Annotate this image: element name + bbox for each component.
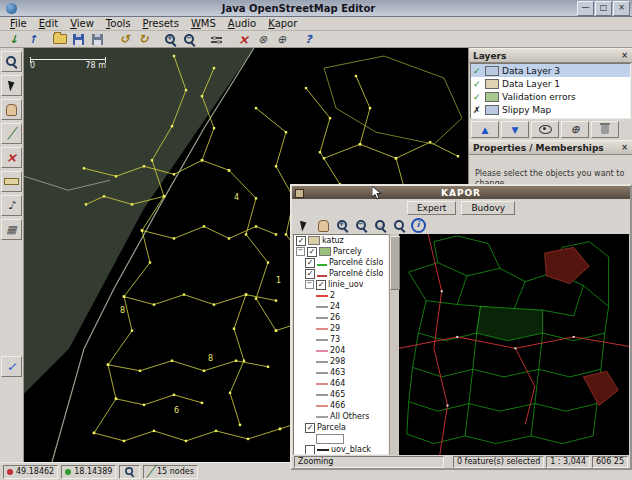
photo-button[interactable]: ▦	[1, 219, 22, 240]
close-icon[interactable]: ×	[621, 51, 628, 60]
active-check-icon[interactable]	[473, 79, 482, 89]
delete-button[interactable]: ×	[234, 31, 253, 48]
redo-button[interactable]: ↻	[134, 31, 153, 48]
kapor-pan-button[interactable]	[315, 219, 331, 233]
checkbox-icon[interactable]	[296, 236, 306, 246]
active-check-icon[interactable]	[473, 92, 482, 102]
kapor-zoom-extent-button[interactable]	[391, 219, 407, 233]
move-layer-down-button[interactable]: ▼	[501, 121, 529, 138]
tree-row-linie-uov[interactable]: linie_uov	[294, 279, 388, 290]
close-icon[interactable]: ×	[621, 143, 628, 152]
merge-layer-button[interactable]: ⊕	[561, 121, 589, 138]
legend-row[interactable]: 73	[294, 334, 388, 345]
minimize-button[interactable]: —	[577, 1, 594, 16]
svg-text:6: 6	[174, 406, 179, 415]
menu-tools[interactable]: Tools	[100, 18, 137, 29]
menu-wms[interactable]: WMS	[185, 18, 222, 29]
layer-row-validation-errors[interactable]: Validation errors	[471, 90, 630, 103]
open-button[interactable]	[50, 31, 69, 48]
expert-button[interactable]: Expert	[407, 201, 457, 215]
legend-row[interactable]: 204	[294, 345, 388, 356]
move-layer-up-button[interactable]: ▲	[471, 121, 499, 138]
checkbox-icon[interactable]	[316, 280, 326, 290]
audio-button[interactable]: ♪	[1, 195, 22, 216]
legend-row[interactable]: 464	[294, 378, 388, 389]
checkbox-icon[interactable]	[305, 445, 315, 455]
budovy-button[interactable]: Budovy	[461, 201, 515, 215]
legend-row[interactable]: 24	[294, 301, 388, 312]
split-way-button[interactable]: ⊗	[253, 31, 272, 48]
zoom-in-button[interactable]: +	[161, 31, 180, 48]
move-mode-button[interactable]	[1, 99, 22, 120]
tree-row-parcela[interactable]: Parcela	[294, 422, 388, 433]
show-hide-layer-button[interactable]	[531, 121, 559, 138]
validate-button[interactable]: ✓	[1, 356, 22, 377]
layer-row-data-layer-1[interactable]: Data Layer 1	[471, 77, 630, 90]
menu-presets[interactable]: Presets	[137, 18, 185, 29]
tree-row-parcelne-cislo[interactable]: Parcelné číslo	[294, 268, 388, 279]
checkbox-icon[interactable]	[305, 423, 315, 433]
layer-row-slippy-map[interactable]: Slippy Map	[471, 103, 630, 116]
zoom-mode-button[interactable]	[1, 51, 22, 72]
tree-row-parcelne-cislo[interactable]: Parcelné číslo	[294, 257, 388, 268]
legend-swatch	[316, 306, 328, 308]
legend-row[interactable]: 298	[294, 356, 388, 367]
delete-mode-button[interactable]: ×	[1, 147, 22, 168]
zoom-out-button[interactable]: −	[180, 31, 199, 48]
undo-icon: ↺	[119, 33, 129, 45]
kapor-select-button[interactable]	[296, 219, 312, 233]
checkbox-icon[interactable]	[305, 258, 315, 268]
download-button[interactable]: ↓	[4, 31, 23, 48]
tree-scrollbar[interactable]	[389, 234, 399, 455]
help-button[interactable]: ?	[299, 31, 318, 48]
legend-row[interactable]: 26	[294, 312, 388, 323]
undo-button[interactable]: ↺	[115, 31, 134, 48]
redo-icon: ↻	[138, 33, 148, 45]
legend-row[interactable]: 29	[294, 323, 388, 334]
window-titlebar[interactable]: Java OpenStreetMap Editor — □ ×	[0, 0, 632, 17]
kapor-map-canvas[interactable]	[399, 234, 629, 455]
legend-row[interactable]: 463	[294, 367, 388, 378]
tree-row-parcela-swatch[interactable]	[294, 433, 388, 444]
inactive-x-icon[interactable]	[473, 105, 482, 115]
kapor-map-view[interactable]	[399, 234, 629, 455]
kapor-zoom-in-button[interactable]: +	[334, 219, 350, 233]
kapor-zoom-window-button[interactable]: □	[372, 219, 388, 233]
select-mode-button[interactable]	[1, 75, 22, 96]
scrollbar-thumb[interactable]	[390, 236, 400, 290]
menu-file[interactable]: File	[4, 18, 33, 29]
expander-icon[interactable]	[305, 280, 314, 289]
expander-icon[interactable]	[296, 247, 305, 256]
tree-row-parcely[interactable]: Parcely	[294, 246, 388, 257]
export-button[interactable]	[88, 31, 107, 48]
layer-row-data-layer-3[interactable]: Data Layer 3	[471, 64, 630, 77]
save-button[interactable]	[69, 31, 88, 48]
kapor-info-button[interactable]	[410, 219, 426, 233]
legend-row[interactable]: 2	[294, 290, 388, 301]
menu-edit[interactable]: Edit	[33, 18, 64, 29]
menu-view[interactable]: View	[64, 18, 100, 29]
measure-mode-button[interactable]	[1, 171, 22, 192]
tree-row-uov-black[interactable]: uov_black	[294, 444, 388, 455]
maximize-button[interactable]: □	[595, 1, 612, 16]
legend-swatch	[316, 394, 328, 396]
menu-audio[interactable]: Audio	[222, 18, 262, 29]
photo-grid-icon: ▦	[6, 224, 16, 235]
preferences-button[interactable]	[207, 31, 226, 48]
close-button[interactable]: ×	[613, 1, 630, 16]
active-check-icon[interactable]	[473, 66, 482, 76]
kapor-zoom-out-button[interactable]: −	[353, 219, 369, 233]
edit-info-value: 15 nodes	[157, 467, 194, 476]
legend-row-all-others[interactable]: All Others	[294, 411, 388, 422]
legend-row[interactable]: 465	[294, 389, 388, 400]
upload-button[interactable]: ↑	[23, 31, 42, 48]
checkbox-icon[interactable]	[307, 247, 317, 257]
draw-node-button[interactable]: ╱	[1, 123, 22, 144]
legend-row[interactable]: 466	[294, 400, 388, 411]
checkbox-icon[interactable]	[305, 269, 315, 279]
tree-row-katuz[interactable]: katuz	[294, 235, 388, 246]
kapor-titlebar[interactable]: KAPOR	[292, 186, 630, 199]
menu-kapor[interactable]: Kapor	[262, 18, 303, 29]
combine-way-button[interactable]: ⊕	[272, 31, 291, 48]
delete-layer-button[interactable]	[591, 121, 619, 138]
